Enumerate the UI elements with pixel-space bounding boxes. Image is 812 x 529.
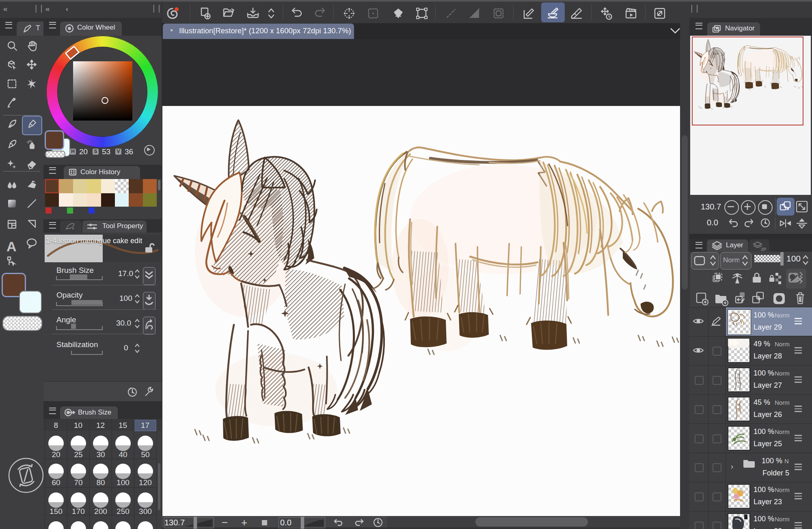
svg-text:2P: 2P [761,247,766,252]
